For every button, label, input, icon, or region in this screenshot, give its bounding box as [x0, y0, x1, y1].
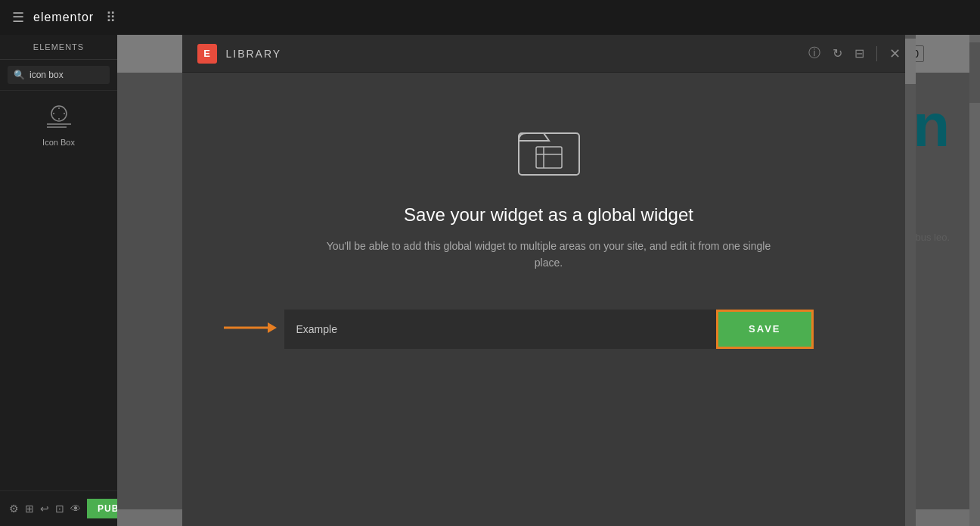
modal-form-row: SAVE	[284, 310, 814, 349]
top-bar: ☰ elementor ⠿	[0, 0, 980, 35]
undo-icon[interactable]: ↩	[40, 503, 49, 515]
list-item: Icon Box	[33, 103, 85, 147]
close-icon[interactable]: ✕	[889, 45, 901, 62]
search-input[interactable]	[29, 70, 104, 80]
sidebar-content: Icon Box	[0, 91, 117, 490]
save-widget-icon	[515, 118, 583, 182]
sidebar-bottom: ⚙ ⊞ ↩ ⊡ 👁 PUBLISH ▲	[0, 490, 117, 526]
arrow-indicator	[224, 319, 277, 340]
search-icon: 🔍	[14, 70, 25, 80]
hamburger-icon[interactable]: ☰	[12, 9, 24, 26]
save-template-icon[interactable]: ⊟	[854, 46, 864, 61]
modal-overlay: E LIBRARY ⓘ ↻ ⊟ ✕	[117, 35, 980, 526]
modal-logo-badge: E	[197, 44, 217, 64]
widget-icon-box	[40, 103, 78, 133]
eye-icon[interactable]: 👁	[70, 503, 81, 515]
responsive-icon[interactable]: ⊡	[55, 503, 64, 515]
modal-content: Save your widget as a global widget You'…	[182, 73, 916, 526]
save-button[interactable]: SAVE	[716, 310, 813, 349]
grid-icon[interactable]: ⠿	[106, 9, 116, 26]
modal-scrollbar-thumb[interactable]	[905, 39, 916, 84]
modal-scrollbar[interactable]	[905, 35, 916, 526]
modal-heading: Save your widget as a global widget	[404, 204, 693, 226]
modal-description: You'll be able to add this global widget…	[322, 238, 776, 272]
modal-title: LIBRARY	[226, 48, 799, 60]
svg-marker-12	[268, 322, 277, 333]
left-sidebar: ELEMENTS 🔍	[0, 35, 117, 526]
svg-rect-8	[536, 147, 562, 168]
icon-box-icon	[44, 104, 74, 132]
canvas-area: Contact Us 0 umn ibus leo. E LIBRARY ⓘ ↻…	[117, 35, 980, 526]
modal-dialog: E LIBRARY ⓘ ↻ ⊟ ✕	[182, 35, 916, 526]
widget-name-input[interactable]	[284, 310, 717, 349]
app-logo: elementor	[33, 11, 94, 24]
modal-header-icons: ⓘ ↻ ⊟ ✕	[808, 45, 901, 62]
layers-icon[interactable]: ⊞	[25, 503, 34, 515]
sidebar-header: ELEMENTS	[0, 35, 117, 60]
info-icon[interactable]: ⓘ	[808, 45, 820, 61]
modal-header: E LIBRARY ⓘ ↻ ⊟ ✕	[182, 35, 916, 73]
widget-label: Icon Box	[42, 138, 75, 147]
search-wrapper: 🔍	[8, 66, 110, 84]
search-bar: 🔍	[0, 60, 117, 91]
settings-icon[interactable]: ⚙	[9, 503, 19, 515]
main-layout: ELEMENTS 🔍	[0, 35, 980, 526]
header-divider	[876, 46, 877, 61]
refresh-icon[interactable]: ↻	[833, 46, 842, 61]
